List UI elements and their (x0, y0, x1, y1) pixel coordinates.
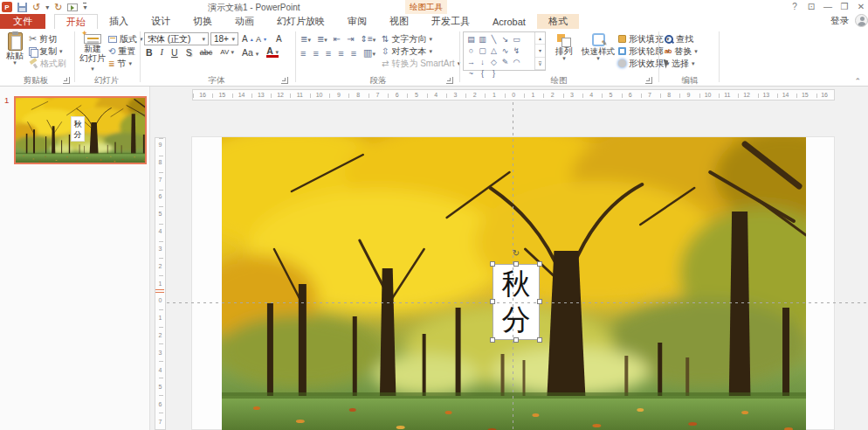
redo-icon[interactable]: ↻ (54, 2, 62, 12)
horizontal-ruler[interactable]: 1615141312111098765432101234567891011121… (192, 89, 835, 101)
text-direction-button[interactable]: ⇅ 文字方向 ▾ (382, 33, 432, 45)
decrease-font-button[interactable]: A▾ (256, 33, 266, 45)
tab-acrobat[interactable]: Acrobat (481, 14, 537, 29)
undo-dropdown-icon[interactable]: ▾ (45, 3, 49, 11)
line-spacing-button[interactable]: ⇕≡▾ (361, 34, 376, 44)
ribbon-display-options-button[interactable]: ⊡ (807, 2, 816, 11)
find-button[interactable]: 查找 (665, 33, 693, 45)
resize-handle-bottom-left[interactable] (490, 337, 495, 343)
bold-button[interactable]: B (146, 47, 153, 58)
help-button[interactable]: ? (790, 2, 799, 11)
tab-transitions[interactable]: 切换 (182, 14, 224, 29)
shape-icon[interactable]: ~ (465, 67, 477, 79)
bullets-button[interactable]: ≣▾ (300, 34, 311, 44)
shape-icon[interactable]: ▭ (511, 33, 522, 45)
shapes-scroll-down-icon[interactable]: ▾ (535, 45, 545, 57)
tab-design[interactable]: 设计 (140, 14, 182, 29)
shape-icon[interactable]: ○ (465, 45, 477, 56)
shape-icon[interactable]: → (465, 56, 477, 67)
powerpoint-app-icon[interactable]: P (2, 2, 12, 12)
columns-button[interactable]: ▥▾ (363, 47, 375, 59)
numbering-button[interactable]: ≣▾ (317, 34, 327, 44)
shapes-gallery[interactable]: ▤▥╲↘▭○ ▢△∿↯→↓ ◇✎◠~{} ▴ ▾ ⊽ (463, 31, 546, 71)
minimize-button[interactable]: — (823, 2, 832, 11)
copy-button[interactable]: 复制 ▾ (29, 45, 63, 57)
resize-handle-top-center[interactable] (513, 261, 519, 267)
resize-handle-top-left[interactable] (490, 261, 495, 267)
convert-smartart-button[interactable]: ⇄ 转换为 SmartArt ▾ (382, 58, 460, 69)
restore-button[interactable]: ❐ (840, 2, 849, 11)
new-slide-button[interactable]: 新建 幻灯片 ▾ (79, 31, 107, 73)
character-spacing-button[interactable]: AV ▾ (220, 48, 234, 56)
align-text-button[interactable]: ⇳ 对齐文本 ▾ (382, 45, 432, 57)
change-case-button[interactable]: Aa ▾ (242, 47, 258, 58)
shapes-scroll-up-icon[interactable]: ▴ (535, 32, 545, 45)
resize-handle-middle-right[interactable] (537, 299, 542, 304)
text-shadow-button[interactable]: S (186, 47, 192, 58)
font-dialog-launcher[interactable] (281, 77, 288, 84)
tab-review[interactable]: 审阅 (336, 14, 378, 29)
tab-slideshow[interactable]: 幻灯片放映 (265, 14, 336, 29)
clipboard-dialog-launcher[interactable] (63, 77, 70, 84)
shape-icon[interactable]: ◠ (511, 56, 522, 67)
account-avatar-icon[interactable] (855, 14, 868, 27)
customize-qat-icon[interactable]: ▾ (83, 3, 86, 11)
font-name-combobox[interactable]: 宋体 (正文) ▾ (144, 32, 209, 45)
align-center-button[interactable]: ≡ (313, 48, 318, 59)
section-button[interactable]: ≣ 节 ▾ (108, 58, 132, 69)
tab-home[interactable]: 开始 (54, 14, 98, 29)
layout-button[interactable]: 版式 ▾ (108, 33, 143, 45)
vertical-ruler[interactable]: 98765432101234567 (155, 137, 166, 430)
shape-outline-button[interactable]: 形状轮廓 ▾ (618, 45, 670, 57)
select-button[interactable]: 选择 ▾ (665, 58, 695, 69)
shape-icon[interactable]: ▥ (477, 33, 488, 45)
replace-button[interactable]: ab 替换 ▾ (665, 45, 698, 57)
shape-icon[interactable]: ╲ (488, 33, 499, 45)
slide-thumbnail[interactable]: 秋分 (14, 96, 147, 164)
shape-effects-button[interactable]: 形状效果 ▾ (618, 58, 670, 69)
shape-icon[interactable]: ↓ (477, 56, 488, 67)
tab-format[interactable]: 格式 (537, 14, 579, 29)
shape-icon[interactable]: ∿ (499, 45, 511, 56)
shape-icon[interactable]: ↘ (499, 33, 511, 45)
shape-icon[interactable]: ◇ (488, 56, 499, 67)
tab-view[interactable]: 视图 (378, 14, 420, 29)
justify-button[interactable]: ≡ (338, 48, 343, 59)
sign-in-link[interactable]: 登录 (830, 15, 849, 27)
strikethrough-button[interactable]: abc (200, 48, 213, 57)
format-painter-button[interactable]: 格式刷 (29, 58, 66, 69)
shape-icon[interactable]: △ (488, 45, 499, 56)
resize-handle-top-right[interactable] (537, 261, 542, 267)
tab-file[interactable]: 文件 (0, 14, 45, 29)
distribute-button[interactable]: ≡ (351, 48, 356, 59)
shape-icon[interactable]: ▤ (465, 33, 477, 45)
resize-handle-bottom-center[interactable] (513, 337, 519, 343)
drawing-dialog-launcher[interactable] (645, 77, 652, 84)
paragraph-dialog-launcher[interactable] (446, 77, 453, 84)
reset-button[interactable]: ⟲ 重置 (108, 45, 135, 57)
resize-handle-middle-left[interactable] (490, 299, 495, 304)
align-right-button[interactable]: ≡ (326, 48, 331, 59)
arrange-button[interactable]: 排列 ▾ (549, 31, 579, 73)
shape-icon[interactable]: { (477, 67, 488, 79)
paste-button[interactable]: 粘贴 ▾ (3, 31, 26, 73)
increase-indent-button[interactable]: ⇥ (347, 34, 354, 44)
cut-button[interactable]: ✂ 剪切 (29, 33, 57, 45)
tab-animations[interactable]: 动画 (224, 14, 265, 29)
shape-icon[interactable]: ▢ (477, 45, 488, 56)
quick-styles-button[interactable]: 快速样式 ▾ (582, 31, 615, 73)
textbox-autumn-equinox[interactable]: 秋 分 (493, 264, 540, 340)
shape-icon[interactable]: } (488, 67, 499, 79)
decrease-indent-button[interactable]: ⇤ (334, 34, 341, 44)
rotation-handle[interactable]: ↻ (511, 248, 521, 259)
align-left-button[interactable]: ≡ (300, 48, 306, 59)
underline-button[interactable]: U (171, 47, 178, 58)
font-color-button[interactable]: A ▾ (266, 47, 279, 58)
increase-font-button[interactable]: A▴ (242, 33, 253, 45)
start-slideshow-icon[interactable] (67, 3, 78, 11)
shape-fill-button[interactable]: 形状填充 ▾ (618, 33, 670, 45)
close-button[interactable]: ✕ (857, 2, 865, 11)
undo-icon[interactable]: ↺ (32, 2, 40, 12)
shapes-more-icon[interactable]: ⊽ (535, 58, 545, 70)
italic-button[interactable]: I (161, 47, 164, 57)
